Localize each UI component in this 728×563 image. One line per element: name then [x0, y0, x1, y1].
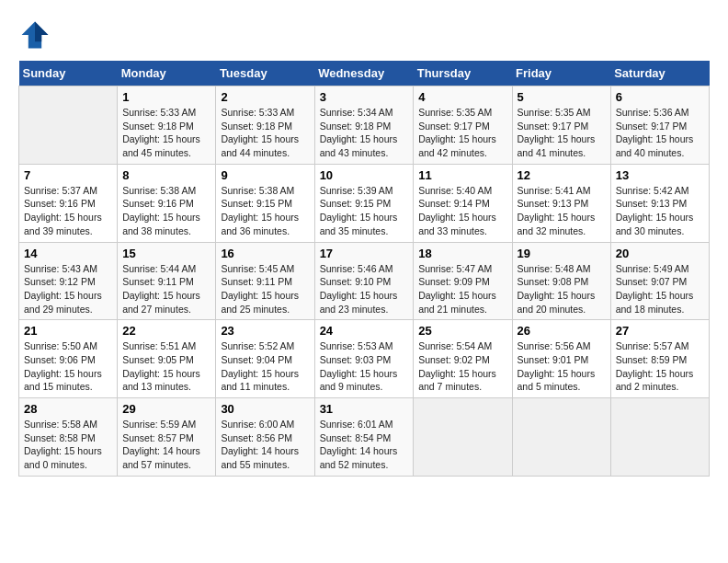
page-header	[18, 18, 710, 52]
day-number: 26	[518, 324, 606, 338]
day-info: Sunrise: 5:53 AM Sunset: 9:03 PM Dayligh…	[320, 339, 409, 394]
day-info: Sunrise: 5:35 AM Sunset: 9:17 PM Dayligh…	[418, 106, 506, 160]
calendar-table: SundayMondayTuesdayWednesdayThursdayFrid…	[18, 61, 710, 477]
day-number: 21	[24, 324, 112, 338]
calendar-cell: 12Sunrise: 5:41 AM Sunset: 9:13 PM Dayli…	[512, 164, 610, 242]
calendar-week-row: 14Sunrise: 5:43 AM Sunset: 9:12 PM Dayli…	[19, 242, 710, 320]
calendar-cell: 31Sunrise: 6:01 AM Sunset: 8:54 PM Dayli…	[314, 398, 414, 477]
calendar-header: SundayMondayTuesdayWednesdayThursdayFrid…	[19, 61, 710, 86]
calendar-cell: 14Sunrise: 5:43 AM Sunset: 9:12 PM Dayli…	[19, 242, 118, 320]
calendar-cell: 19Sunrise: 5:48 AM Sunset: 9:08 PM Dayli…	[512, 242, 610, 320]
calendar-cell: 27Sunrise: 5:57 AM Sunset: 8:59 PM Dayli…	[610, 320, 709, 398]
day-number: 11	[418, 168, 506, 182]
day-info: Sunrise: 5:40 AM Sunset: 9:14 PM Dayligh…	[418, 184, 506, 238]
calendar-cell: 8Sunrise: 5:38 AM Sunset: 9:16 PM Daylig…	[118, 164, 216, 242]
day-info: Sunrise: 5:33 AM Sunset: 9:18 PM Dayligh…	[221, 106, 309, 160]
calendar-cell: 9Sunrise: 5:38 AM Sunset: 9:15 PM Daylig…	[216, 164, 314, 242]
day-number: 18	[418, 247, 506, 260]
day-info: Sunrise: 5:42 AM Sunset: 9:13 PM Dayligh…	[616, 184, 704, 238]
calendar-cell: 17Sunrise: 5:46 AM Sunset: 9:10 PM Dayli…	[314, 242, 414, 320]
day-number: 14	[24, 247, 112, 260]
day-number: 6	[616, 90, 704, 104]
day-info: Sunrise: 5:37 AM Sunset: 9:16 PM Dayligh…	[24, 184, 112, 238]
weekday-header: Tuesday	[216, 61, 314, 86]
day-number: 3	[320, 90, 409, 104]
day-info: Sunrise: 5:44 AM Sunset: 9:11 PM Dayligh…	[122, 262, 210, 316]
day-number: 30	[221, 402, 309, 416]
day-info: Sunrise: 5:57 AM Sunset: 8:59 PM Dayligh…	[616, 339, 704, 394]
calendar-cell	[512, 398, 610, 477]
calendar-cell: 1Sunrise: 5:33 AM Sunset: 9:18 PM Daylig…	[118, 86, 216, 165]
day-number: 16	[221, 247, 309, 260]
day-info: Sunrise: 5:45 AM Sunset: 9:11 PM Dayligh…	[221, 262, 309, 316]
calendar-cell: 23Sunrise: 5:52 AM Sunset: 9:04 PM Dayli…	[216, 320, 314, 398]
day-info: Sunrise: 5:41 AM Sunset: 9:13 PM Dayligh…	[518, 184, 606, 238]
day-number: 2	[221, 90, 309, 104]
calendar-cell: 2Sunrise: 5:33 AM Sunset: 9:18 PM Daylig…	[216, 86, 314, 165]
day-number: 28	[24, 402, 112, 416]
weekday-header: Wednesday	[314, 61, 414, 86]
day-number: 31	[320, 402, 409, 416]
day-info: Sunrise: 5:39 AM Sunset: 9:15 PM Dayligh…	[320, 184, 409, 238]
calendar-cell: 3Sunrise: 5:34 AM Sunset: 9:18 PM Daylig…	[314, 86, 414, 165]
logo-icon	[18, 18, 51, 52]
weekday-header: Thursday	[414, 61, 512, 86]
calendar-cell: 24Sunrise: 5:53 AM Sunset: 9:03 PM Dayli…	[314, 320, 414, 398]
day-info: Sunrise: 5:43 AM Sunset: 9:12 PM Dayligh…	[24, 262, 112, 316]
day-number: 8	[122, 168, 210, 182]
calendar-cell	[610, 398, 709, 477]
day-info: Sunrise: 5:46 AM Sunset: 9:10 PM Dayligh…	[320, 262, 409, 316]
day-info: Sunrise: 6:00 AM Sunset: 8:56 PM Dayligh…	[221, 418, 309, 472]
calendar-cell: 20Sunrise: 5:49 AM Sunset: 9:07 PM Dayli…	[610, 242, 709, 320]
calendar-week-row: 1Sunrise: 5:33 AM Sunset: 9:18 PM Daylig…	[19, 86, 710, 165]
day-number: 17	[320, 247, 409, 260]
day-number: 13	[616, 168, 704, 182]
calendar-cell: 26Sunrise: 5:56 AM Sunset: 9:01 PM Dayli…	[512, 320, 610, 398]
calendar-cell: 10Sunrise: 5:39 AM Sunset: 9:15 PM Dayli…	[314, 164, 414, 242]
svg-marker-1	[35, 22, 48, 42]
day-info: Sunrise: 5:33 AM Sunset: 9:18 PM Dayligh…	[122, 106, 210, 160]
day-info: Sunrise: 5:59 AM Sunset: 8:57 PM Dayligh…	[122, 418, 210, 472]
day-info: Sunrise: 5:48 AM Sunset: 9:08 PM Dayligh…	[518, 262, 606, 316]
logo	[18, 18, 55, 52]
calendar-cell: 29Sunrise: 5:59 AM Sunset: 8:57 PM Dayli…	[118, 398, 216, 477]
day-info: Sunrise: 5:50 AM Sunset: 9:06 PM Dayligh…	[24, 339, 112, 394]
day-info: Sunrise: 5:35 AM Sunset: 9:17 PM Dayligh…	[518, 106, 606, 160]
day-number: 23	[221, 324, 309, 338]
weekday-header: Sunday	[19, 61, 118, 86]
calendar-cell: 21Sunrise: 5:50 AM Sunset: 9:06 PM Dayli…	[19, 320, 118, 398]
day-number: 7	[24, 168, 112, 182]
day-info: Sunrise: 5:54 AM Sunset: 9:02 PM Dayligh…	[418, 339, 506, 394]
day-number: 12	[518, 168, 606, 182]
day-number: 19	[518, 247, 606, 260]
calendar-cell: 4Sunrise: 5:35 AM Sunset: 9:17 PM Daylig…	[414, 86, 512, 165]
day-number: 22	[122, 324, 210, 338]
calendar-cell: 15Sunrise: 5:44 AM Sunset: 9:11 PM Dayli…	[118, 242, 216, 320]
header-row: SundayMondayTuesdayWednesdayThursdayFrid…	[19, 61, 710, 86]
day-number: 25	[418, 324, 506, 338]
day-number: 9	[221, 168, 309, 182]
day-info: Sunrise: 5:52 AM Sunset: 9:04 PM Dayligh…	[221, 339, 309, 394]
calendar-cell	[19, 86, 118, 165]
calendar-cell: 13Sunrise: 5:42 AM Sunset: 9:13 PM Dayli…	[610, 164, 709, 242]
calendar-cell: 22Sunrise: 5:51 AM Sunset: 9:05 PM Dayli…	[118, 320, 216, 398]
calendar-cell: 5Sunrise: 5:35 AM Sunset: 9:17 PM Daylig…	[512, 86, 610, 165]
day-number: 1	[122, 90, 210, 104]
day-number: 29	[122, 402, 210, 416]
calendar-cell	[414, 398, 512, 477]
day-info: Sunrise: 5:38 AM Sunset: 9:16 PM Dayligh…	[122, 184, 210, 238]
day-info: Sunrise: 5:49 AM Sunset: 9:07 PM Dayligh…	[616, 262, 704, 316]
calendar-cell: 28Sunrise: 5:58 AM Sunset: 8:58 PM Dayli…	[19, 398, 118, 477]
day-number: 20	[616, 247, 704, 260]
calendar-cell: 30Sunrise: 6:00 AM Sunset: 8:56 PM Dayli…	[216, 398, 314, 477]
weekday-header: Saturday	[610, 61, 709, 86]
day-info: Sunrise: 5:47 AM Sunset: 9:09 PM Dayligh…	[418, 262, 506, 316]
calendar-week-row: 21Sunrise: 5:50 AM Sunset: 9:06 PM Dayli…	[19, 320, 710, 398]
calendar-cell: 25Sunrise: 5:54 AM Sunset: 9:02 PM Dayli…	[414, 320, 512, 398]
calendar-week-row: 28Sunrise: 5:58 AM Sunset: 8:58 PM Dayli…	[19, 398, 710, 477]
day-info: Sunrise: 5:56 AM Sunset: 9:01 PM Dayligh…	[518, 339, 606, 394]
day-number: 5	[518, 90, 606, 104]
calendar-cell: 7Sunrise: 5:37 AM Sunset: 9:16 PM Daylig…	[19, 164, 118, 242]
calendar-cell: 6Sunrise: 5:36 AM Sunset: 9:17 PM Daylig…	[610, 86, 709, 165]
calendar-week-row: 7Sunrise: 5:37 AM Sunset: 9:16 PM Daylig…	[19, 164, 710, 242]
